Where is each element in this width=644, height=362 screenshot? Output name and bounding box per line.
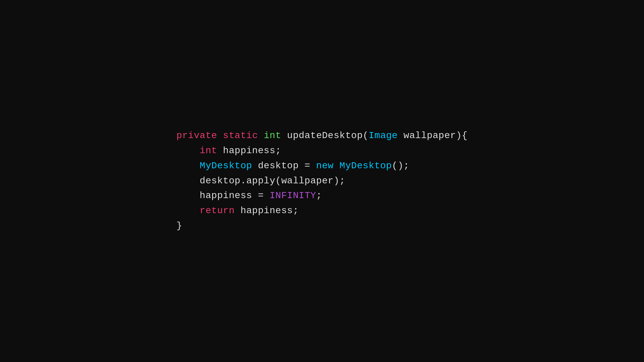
param-wallpaper: wallpaper){ — [398, 130, 468, 141]
method-name: updateDesktop( — [281, 130, 368, 141]
constructor-end: (); — [392, 161, 409, 171]
class-mydesktop-type: MyDesktop — [200, 161, 252, 171]
semicolon-5: ; — [316, 190, 322, 201]
code-line-7: } — [176, 219, 468, 234]
class-mydesktop-constructor: MyDesktop — [339, 161, 392, 171]
return-value: happiness; — [235, 205, 299, 216]
indent-2 — [176, 145, 200, 156]
happiness-assign: happiness = — [200, 190, 269, 201]
apply-call: desktop.apply(wallpaper); — [200, 176, 345, 186]
code-line-6: return happiness; — [176, 203, 468, 219]
code-line-3: MyDesktop desktop = new MyDesktop(); — [176, 159, 468, 174]
keyword-private: private — [176, 130, 217, 141]
code-line-2: int happiness; — [176, 143, 468, 159]
space-2 — [258, 130, 264, 141]
code-line-4: desktop.apply(wallpaper); — [176, 174, 468, 189]
closing-brace: } — [176, 221, 182, 231]
indent-6 — [176, 205, 200, 216]
const-infinity: INFINITY — [270, 190, 316, 201]
code-line-1: private static int updateDesktop(Image w… — [176, 128, 468, 143]
keyword-static: static — [223, 130, 258, 141]
desktop-assign-1: desktop = — [252, 161, 316, 171]
code-block: private static int updateDesktop(Image w… — [176, 128, 468, 234]
class-image: Image — [369, 130, 398, 141]
space-1 — [217, 130, 223, 141]
code-line-5: happiness = INFINITY; — [176, 188, 468, 203]
indent-4 — [176, 176, 200, 186]
keyword-int-return-type: int — [264, 130, 281, 141]
happiness-declaration: happiness; — [217, 145, 281, 156]
space-new — [334, 161, 339, 171]
keyword-int-declaration: int — [200, 145, 217, 156]
indent-5 — [176, 190, 200, 201]
keyword-new: new — [316, 161, 334, 171]
indent-3 — [176, 161, 200, 171]
keyword-return: return — [200, 205, 234, 216]
